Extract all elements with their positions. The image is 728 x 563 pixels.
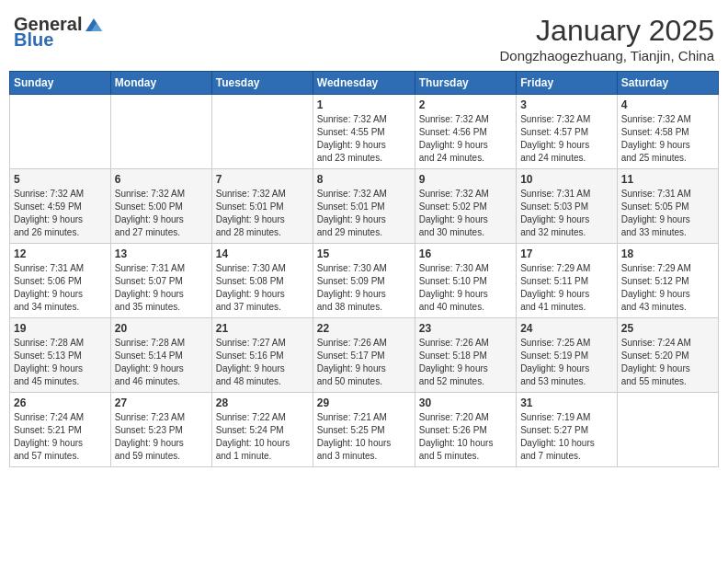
calendar-cell xyxy=(617,393,718,467)
day-number: 9 xyxy=(419,173,512,186)
calendar-cell: 18Sunrise: 7:29 AM Sunset: 5:12 PM Dayli… xyxy=(617,244,718,318)
weekday-header-thursday: Thursday xyxy=(415,72,516,95)
day-number: 15 xyxy=(317,247,411,260)
day-info: Sunrise: 7:32 AM Sunset: 5:02 PM Dayligh… xyxy=(419,188,512,239)
day-number: 1 xyxy=(317,98,411,111)
day-info: Sunrise: 7:30 AM Sunset: 5:09 PM Dayligh… xyxy=(317,262,411,314)
day-number: 7 xyxy=(216,173,309,186)
calendar-cell: 12Sunrise: 7:31 AM Sunset: 5:06 PM Dayli… xyxy=(10,244,111,318)
calendar-cell: 11Sunrise: 7:31 AM Sunset: 5:05 PM Dayli… xyxy=(617,169,718,244)
day-info: Sunrise: 7:31 AM Sunset: 5:03 PM Dayligh… xyxy=(520,188,613,239)
page-header: General Blue January 2025 Dongzhaogezhua… xyxy=(9,9,719,63)
calendar-cell: 15Sunrise: 7:30 AM Sunset: 5:09 PM Dayli… xyxy=(313,244,415,318)
day-number: 8 xyxy=(317,173,411,186)
calendar-week-row: 26Sunrise: 7:24 AM Sunset: 5:21 PM Dayli… xyxy=(10,393,719,467)
logo: General Blue xyxy=(14,14,104,51)
calendar-cell: 8Sunrise: 7:32 AM Sunset: 5:01 PM Daylig… xyxy=(313,169,415,244)
weekday-header-sunday: Sunday xyxy=(10,72,111,95)
day-info: Sunrise: 7:27 AM Sunset: 5:16 PM Dayligh… xyxy=(216,337,309,388)
day-number: 26 xyxy=(14,396,107,409)
calendar-cell: 22Sunrise: 7:26 AM Sunset: 5:17 PM Dayli… xyxy=(313,318,415,393)
day-info: Sunrise: 7:31 AM Sunset: 5:05 PM Dayligh… xyxy=(621,188,714,239)
day-number: 22 xyxy=(317,322,411,335)
calendar-cell: 25Sunrise: 7:24 AM Sunset: 5:20 PM Dayli… xyxy=(617,318,718,393)
calendar-cell: 7Sunrise: 7:32 AM Sunset: 5:01 PM Daylig… xyxy=(211,169,313,244)
day-info: Sunrise: 7:32 AM Sunset: 4:57 PM Dayligh… xyxy=(520,113,613,165)
day-info: Sunrise: 7:22 AM Sunset: 5:24 PM Dayligh… xyxy=(216,411,309,463)
day-number: 19 xyxy=(14,322,107,335)
weekday-header-friday: Friday xyxy=(517,72,618,95)
day-number: 13 xyxy=(115,247,208,260)
weekday-header-saturday: Saturday xyxy=(617,72,718,95)
day-info: Sunrise: 7:26 AM Sunset: 5:18 PM Dayligh… xyxy=(419,337,512,388)
day-info: Sunrise: 7:32 AM Sunset: 4:58 PM Dayligh… xyxy=(621,113,714,165)
day-number: 27 xyxy=(115,396,208,409)
day-number: 2 xyxy=(419,98,512,111)
day-info: Sunrise: 7:32 AM Sunset: 4:59 PM Dayligh… xyxy=(14,188,107,239)
day-number: 25 xyxy=(621,322,714,335)
day-number: 12 xyxy=(14,247,107,260)
day-info: Sunrise: 7:32 AM Sunset: 5:01 PM Dayligh… xyxy=(317,188,411,239)
calendar-cell: 31Sunrise: 7:19 AM Sunset: 5:27 PM Dayli… xyxy=(517,393,618,467)
calendar-cell: 28Sunrise: 7:22 AM Sunset: 5:24 PM Dayli… xyxy=(211,393,313,467)
calendar-week-row: 19Sunrise: 7:28 AM Sunset: 5:13 PM Dayli… xyxy=(10,318,719,393)
day-number: 28 xyxy=(216,396,309,409)
day-number: 30 xyxy=(419,396,512,409)
calendar-week-row: 12Sunrise: 7:31 AM Sunset: 5:06 PM Dayli… xyxy=(10,244,719,318)
day-info: Sunrise: 7:29 AM Sunset: 5:11 PM Dayligh… xyxy=(520,262,613,314)
day-number: 31 xyxy=(520,396,613,409)
day-number: 16 xyxy=(419,247,512,260)
day-number: 29 xyxy=(317,396,411,409)
calendar-cell: 1Sunrise: 7:32 AM Sunset: 4:55 PM Daylig… xyxy=(313,95,415,169)
calendar-cell: 2Sunrise: 7:32 AM Sunset: 4:56 PM Daylig… xyxy=(415,95,516,169)
calendar-cell xyxy=(10,95,111,169)
weekday-header-wednesday: Wednesday xyxy=(313,72,415,95)
day-number: 11 xyxy=(621,173,714,186)
calendar-cell: 21Sunrise: 7:27 AM Sunset: 5:16 PM Dayli… xyxy=(211,318,313,393)
day-info: Sunrise: 7:32 AM Sunset: 4:55 PM Dayligh… xyxy=(317,113,411,165)
day-number: 4 xyxy=(621,98,714,111)
day-info: Sunrise: 7:20 AM Sunset: 5:26 PM Dayligh… xyxy=(419,411,512,463)
calendar-cell: 14Sunrise: 7:30 AM Sunset: 5:08 PM Dayli… xyxy=(211,244,313,318)
day-number: 17 xyxy=(520,247,613,260)
day-info: Sunrise: 7:19 AM Sunset: 5:27 PM Dayligh… xyxy=(520,411,613,463)
calendar-cell: 24Sunrise: 7:25 AM Sunset: 5:19 PM Dayli… xyxy=(517,318,618,393)
calendar-cell: 3Sunrise: 7:32 AM Sunset: 4:57 PM Daylig… xyxy=(517,95,618,169)
calendar-cell xyxy=(211,95,313,169)
day-info: Sunrise: 7:24 AM Sunset: 5:20 PM Dayligh… xyxy=(621,337,714,388)
calendar-cell: 6Sunrise: 7:32 AM Sunset: 5:00 PM Daylig… xyxy=(110,169,211,244)
calendar-cell: 16Sunrise: 7:30 AM Sunset: 5:10 PM Dayli… xyxy=(415,244,516,318)
day-info: Sunrise: 7:25 AM Sunset: 5:19 PM Dayligh… xyxy=(520,337,613,388)
logo-blue-text: Blue xyxy=(14,29,53,51)
day-info: Sunrise: 7:30 AM Sunset: 5:10 PM Dayligh… xyxy=(419,262,512,314)
day-info: Sunrise: 7:24 AM Sunset: 5:21 PM Dayligh… xyxy=(14,411,107,463)
day-number: 10 xyxy=(520,173,613,186)
weekday-header-monday: Monday xyxy=(110,72,211,95)
location-text: Dongzhaogezhuang, Tianjin, China xyxy=(499,48,714,63)
day-info: Sunrise: 7:26 AM Sunset: 5:17 PM Dayligh… xyxy=(317,337,411,388)
calendar-week-row: 1Sunrise: 7:32 AM Sunset: 4:55 PM Daylig… xyxy=(10,95,719,169)
calendar-week-row: 5Sunrise: 7:32 AM Sunset: 4:59 PM Daylig… xyxy=(10,169,719,244)
day-info: Sunrise: 7:28 AM Sunset: 5:14 PM Dayligh… xyxy=(115,337,208,388)
weekday-header-row: SundayMondayTuesdayWednesdayThursdayFrid… xyxy=(10,72,719,95)
calendar-cell: 23Sunrise: 7:26 AM Sunset: 5:18 PM Dayli… xyxy=(415,318,516,393)
title-block: January 2025 Dongzhaogezhuang, Tianjin, … xyxy=(499,14,714,63)
calendar-cell: 30Sunrise: 7:20 AM Sunset: 5:26 PM Dayli… xyxy=(415,393,516,467)
day-number: 14 xyxy=(216,247,309,260)
month-title: January 2025 xyxy=(499,14,714,48)
calendar-cell: 9Sunrise: 7:32 AM Sunset: 5:02 PM Daylig… xyxy=(415,169,516,244)
day-info: Sunrise: 7:32 AM Sunset: 4:56 PM Dayligh… xyxy=(419,113,512,165)
calendar-cell: 29Sunrise: 7:21 AM Sunset: 5:25 PM Dayli… xyxy=(313,393,415,467)
calendar-table: SundayMondayTuesdayWednesdayThursdayFrid… xyxy=(9,71,719,467)
logo-icon xyxy=(84,15,104,35)
day-info: Sunrise: 7:30 AM Sunset: 5:08 PM Dayligh… xyxy=(216,262,309,314)
day-info: Sunrise: 7:31 AM Sunset: 5:07 PM Dayligh… xyxy=(115,262,208,314)
day-info: Sunrise: 7:31 AM Sunset: 5:06 PM Dayligh… xyxy=(14,262,107,314)
calendar-cell: 27Sunrise: 7:23 AM Sunset: 5:23 PM Dayli… xyxy=(110,393,211,467)
calendar-cell: 10Sunrise: 7:31 AM Sunset: 5:03 PM Dayli… xyxy=(517,169,618,244)
day-number: 6 xyxy=(115,173,208,186)
calendar-cell: 5Sunrise: 7:32 AM Sunset: 4:59 PM Daylig… xyxy=(10,169,111,244)
day-info: Sunrise: 7:32 AM Sunset: 5:00 PM Dayligh… xyxy=(115,188,208,239)
day-number: 23 xyxy=(419,322,512,335)
day-number: 3 xyxy=(520,98,613,111)
